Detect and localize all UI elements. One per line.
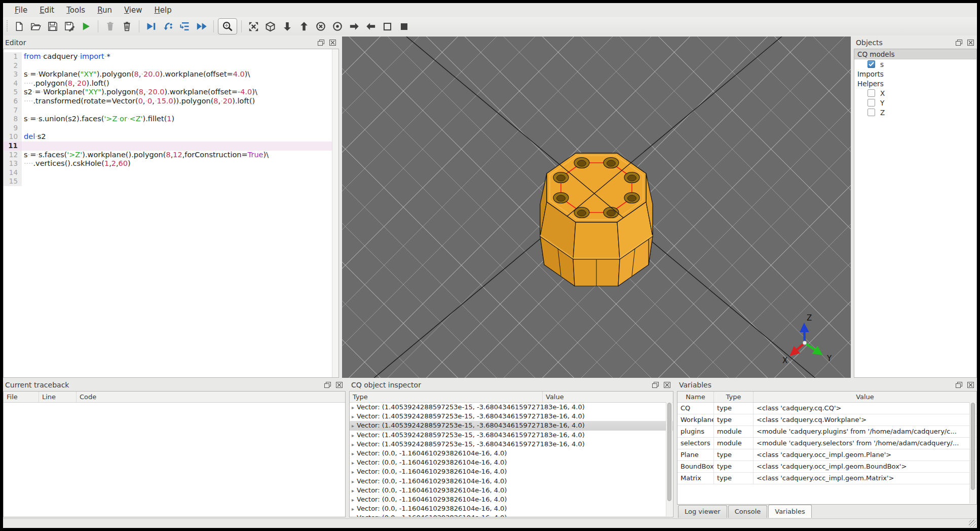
unchecked-checkbox[interactable] [868,99,875,107]
code-line[interactable]: 12s·=·s.faces('>Z').workplane().polygon(… [4,151,338,160]
code-line[interactable]: 6····.transformed(rotate=Vector(0,·0,·15… [4,97,338,106]
expand-triangle-icon[interactable]: ▸ [352,515,357,517]
resize-grip-icon[interactable] [969,520,976,527]
expand-triangle-icon[interactable]: ▸ [352,405,357,410]
float-panel-icon[interactable] [317,39,325,47]
open-file-button[interactable] [28,19,44,34]
variable-row-plane[interactable]: Planetype<class 'cadquery.occ_impl.geom.… [677,449,976,461]
save-as-button[interactable] [61,19,77,34]
traceback-column-line[interactable]: Line [39,392,77,402]
menu-edit[interactable]: Edit [34,4,60,16]
code-line[interactable]: 2 [4,61,338,70]
inspector-row[interactable]: ▸Vector: (0.0, -1.1604610293826104e-16, … [350,486,673,495]
expand-triangle-icon[interactable]: ▸ [352,497,357,503]
traceback-column-file[interactable]: File [4,392,39,402]
variables-column-name[interactable]: Name [677,392,714,402]
expand-triangle-icon[interactable]: ▸ [352,433,357,438]
inspect-zoom-button[interactable] [218,18,237,34]
debug-continue-button[interactable] [194,19,209,34]
float-panel-icon[interactable] [651,381,660,389]
menu-file[interactable]: File [9,4,33,16]
menu-tools[interactable]: Tools [61,4,91,16]
tree-item-imports[interactable]: Imports [854,69,976,79]
variable-row-plugins[interactable]: pluginsmodule<module 'cadquery.plugins' … [677,426,976,438]
code-editor[interactable]: 1from·cadquery·import·*23s·=·Workplane("… [3,49,339,378]
tree-item-s[interactable]: s [854,59,976,69]
tab-console[interactable]: Console [728,505,768,518]
inspector-row[interactable]: ▸Vector: (1.4053924288597253e-15, -3.680… [350,403,673,412]
save-button[interactable] [45,19,60,34]
inspector-scrollbar[interactable] [666,402,672,516]
checked-checkbox[interactable] [868,60,875,68]
code-line[interactable]: 13····.vertices().cskHole(1,2,60) [4,159,338,168]
close-panel-icon[interactable] [328,39,337,47]
view-circle-cross-button[interactable] [313,19,328,34]
inspector-row[interactable]: ▸Vector: (1.4053924288597253e-15, -3.680… [350,412,673,421]
traceback-column-code[interactable]: Code [77,392,345,402]
expand-triangle-icon[interactable]: ▸ [352,414,357,419]
code-line[interactable]: 7 [4,106,338,115]
delete-object-button[interactable] [119,19,135,34]
inspector-row[interactable]: ▸Vector: (0.0, -1.1604610293826104e-16, … [350,477,673,486]
view-right-arrow-button[interactable] [346,19,362,34]
cad-model[interactable] [342,37,851,378]
tree-group-cq-models[interactable]: CQ models [854,49,976,59]
inspector-row[interactable]: ▸Vector: (0.0, -1.1604610293826104e-16, … [350,467,673,476]
inspector-column-type[interactable]: Type [350,392,542,402]
view-down-arrow-button[interactable] [279,19,295,34]
wireframe-view-button[interactable] [380,19,395,34]
variable-row-cq[interactable]: CQtype<class 'cadquery.cq.CQ'> [677,403,976,414]
viewport-3d[interactable]: X Y Z [342,37,851,378]
tree-item-y[interactable]: Y [854,98,976,108]
expand-triangle-icon[interactable]: ▸ [352,451,357,456]
toolbar-grip[interactable] [6,20,9,32]
inspector-column-value[interactable]: Value [542,392,673,402]
code-line[interactable]: 3s·=·Workplane("XY").polygon(8,·20.0).wo… [4,70,338,79]
close-panel-icon[interactable] [966,39,975,47]
view-circle-dot-button[interactable] [329,19,345,34]
expand-triangle-icon[interactable]: ▸ [352,423,357,429]
code-line[interactable]: 9 [4,124,338,133]
expand-triangle-icon[interactable]: ▸ [352,442,357,447]
iso-view-button[interactable] [262,19,278,34]
editor-scrollbar[interactable] [332,49,338,377]
unchecked-checkbox[interactable] [868,109,875,116]
code-line[interactable]: 15 [4,177,338,186]
variables-column-type[interactable]: Type [714,392,753,402]
view-up-arrow-button[interactable] [296,19,312,34]
inspector-row[interactable]: ▸Vector: (0.0, -1.1604610293826104e-16, … [350,449,673,458]
code-line[interactable]: 8s·=·s.union(s2).faces('>Z·or·<Z').fille… [4,115,338,124]
float-panel-icon[interactable] [955,381,963,389]
close-panel-icon[interactable] [663,381,671,389]
view-left-arrow-button[interactable] [363,19,379,34]
shaded-view-button[interactable] [396,19,412,34]
inspector-row[interactable]: ▸Vector: (0.0, -1.1604610293826104e-16, … [350,513,673,517]
inspector-row[interactable]: ▸Vector: (0.0, -1.1604610293826104e-16, … [350,458,673,467]
tree-item-z[interactable]: Z [854,108,976,117]
unchecked-checkbox[interactable] [868,89,875,97]
close-panel-icon[interactable] [335,381,344,389]
new-file-button[interactable] [11,19,27,34]
code-line[interactable]: 4····.polygon(8,·20).loft() [4,79,338,88]
variables-scrollbar[interactable] [969,402,976,504]
render-disabled-button[interactable] [102,19,118,34]
fit-view-button[interactable] [246,19,261,34]
float-panel-icon[interactable] [323,381,332,389]
code-line[interactable]: 10del·s2 [4,132,338,141]
code-line[interactable]: 5s2·=·Workplane("XY").polygon(8,·20.0).w… [4,88,338,97]
code-line[interactable]: 14 [4,168,338,178]
run-button[interactable] [78,19,94,34]
expand-triangle-icon[interactable]: ▸ [352,479,357,484]
code-line-current[interactable]: 11 [4,141,338,151]
variable-row-selectors[interactable]: selectorsmodule<module 'cadquery.selecto… [677,438,976,449]
inspector-row[interactable]: ▸Vector: (0.0, -1.1604610293826104e-16, … [350,504,673,513]
debug-step-button[interactable] [160,19,176,34]
inspector-row[interactable]: ▸Vector: (0.0, -1.1604610293826104e-16, … [350,495,673,504]
tab-log-viewer[interactable]: Log viewer [678,505,727,518]
variable-row-boundbox[interactable]: BoundBoxtype<class 'cadquery.occ_impl.ge… [677,461,976,473]
menu-view[interactable]: View [119,4,148,16]
close-panel-icon[interactable] [966,381,975,389]
debug-run-button[interactable] [143,19,159,34]
expand-triangle-icon[interactable]: ▸ [352,506,357,512]
tree-item-x[interactable]: X [854,88,976,98]
